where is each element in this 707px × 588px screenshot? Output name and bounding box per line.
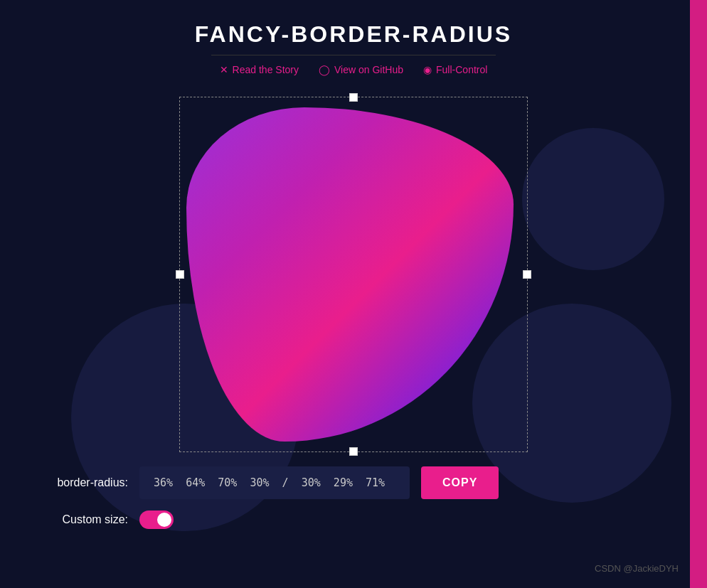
controls-area: border-radius: COPY Custom size: — [0, 452, 707, 543]
nav-links: ✕ Read the Story ◯ View on GitHub ◉ Full… — [0, 64, 707, 75]
custom-size-row: Custom size: — [28, 511, 679, 529]
nav-link-full-control[interactable]: ◉ Full-Control — [423, 64, 487, 75]
read-story-label: Read the Story — [233, 64, 299, 75]
handle-middle-left[interactable] — [176, 270, 184, 279]
toggle-container[interactable] — [139, 511, 174, 529]
shape-container[interactable] — [179, 97, 528, 452]
full-control-icon: ◉ — [423, 64, 432, 75]
border-radius-label: border-radius: — [28, 476, 128, 489]
canvas-area — [0, 97, 707, 452]
header: FANCY-BORDER-RADIUS ✕ Read the Story ◯ V… — [0, 0, 707, 75]
nav-link-github[interactable]: ◯ View on GitHub — [319, 64, 403, 75]
header-divider — [211, 55, 496, 55]
github-label: View on GitHub — [334, 64, 403, 75]
copy-button[interactable]: COPY — [421, 466, 499, 499]
toggle-track[interactable] — [139, 511, 174, 529]
fancy-shape[interactable] — [186, 107, 514, 442]
toggle-thumb — [157, 513, 171, 527]
handle-middle-right[interactable] — [523, 270, 531, 279]
read-story-icon: ✕ — [220, 64, 228, 75]
custom-size-label: Custom size: — [28, 513, 128, 526]
handle-top-center[interactable] — [349, 93, 358, 102]
app-title: FANCY-BORDER-RADIUS — [0, 21, 707, 48]
github-icon: ◯ — [319, 64, 330, 75]
border-radius-input[interactable] — [139, 466, 410, 499]
nav-link-read-story[interactable]: ✕ Read the Story — [220, 64, 299, 75]
border-radius-row: border-radius: COPY — [28, 466, 679, 499]
watermark: CSDN @JackieDYH — [595, 563, 679, 574]
full-control-label: Full-Control — [436, 64, 487, 75]
